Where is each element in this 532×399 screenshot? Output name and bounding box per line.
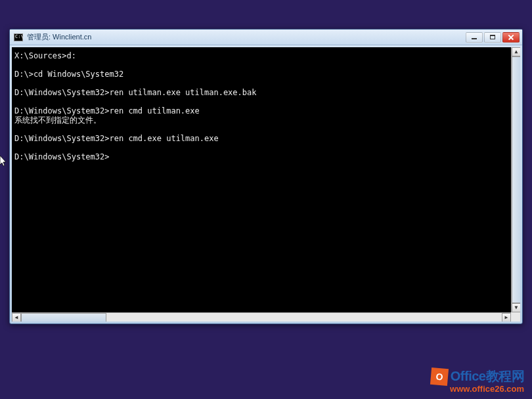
terminal-line [14, 60, 518, 70]
scroll-left-button[interactable]: ◀ [12, 313, 21, 322]
terminal-line [14, 143, 518, 152]
terminal-line [14, 79, 518, 88]
vertical-scrollbar[interactable]: ▲ ▼ [511, 47, 520, 312]
terminal-line [14, 125, 518, 134]
terminal-line: D:\Windows\System32>ren cmd.exe utilman.… [14, 134, 518, 143]
maximize-button[interactable] [484, 32, 501, 43]
watermark-brand: Office教程网 [451, 368, 524, 385]
terminal-line: 系统找不到指定的文件。 [14, 116, 518, 125]
office-logo-icon: O [430, 367, 449, 385]
cmd-icon: C:\ [14, 33, 23, 41]
scroll-thumb-vertical[interactable] [512, 56, 520, 303]
minimize-button[interactable] [466, 32, 483, 43]
window-controls [466, 32, 520, 43]
scroll-down-button[interactable]: ▼ [512, 303, 520, 312]
terminal-line: D:\Windows\System32>ren cmd utilman.exe [14, 106, 518, 116]
window-titlebar[interactable]: C:\ 管理员: Winclient.cn [10, 30, 522, 45]
terminal-output[interactable]: X:\Sources>d: D:\>cd Windows\System32 D:… [12, 47, 520, 322]
mouse-cursor-icon [0, 156, 8, 167]
window-title: 管理员: Winclient.cn [27, 32, 466, 42]
scroll-corner [511, 312, 520, 322]
watermark: O Office教程网 www.office26.com [431, 368, 524, 394]
terminal-line [14, 97, 518, 106]
command-prompt-window: C:\ 管理员: Winclient.cn X:\Sources>d: D:\>… [9, 29, 523, 324]
terminal-line: D:\>cd Windows\System32 [14, 70, 518, 79]
close-icon [508, 34, 514, 41]
horizontal-scrollbar[interactable]: ◀ ▶ [12, 312, 511, 322]
close-button[interactable] [502, 32, 520, 43]
maximize-icon [490, 35, 495, 39]
terminal-line: X:\Sources>d: [14, 51, 518, 60]
terminal-line: D:\Windows\System32> [14, 152, 518, 161]
scroll-up-button[interactable]: ▲ [512, 47, 520, 56]
minimize-icon [472, 38, 477, 39]
scroll-thumb-horizontal[interactable] [21, 313, 106, 322]
scroll-right-button[interactable]: ▶ [502, 313, 511, 322]
terminal-line: D:\Windows\System32>ren utilman.exe util… [14, 88, 518, 97]
